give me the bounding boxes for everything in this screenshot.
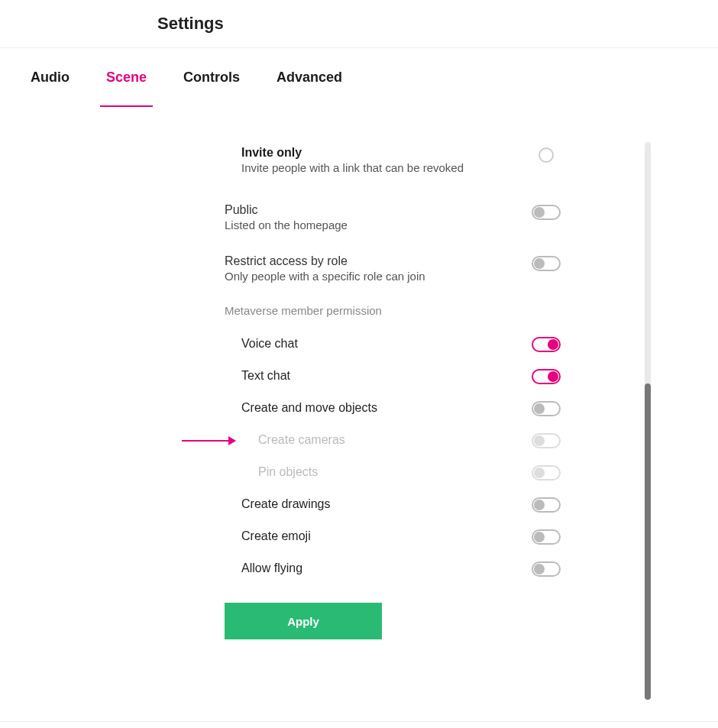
- perm-pin-objects: Pin objects: [225, 456, 565, 488]
- tab-scene[interactable]: Scene: [106, 70, 147, 107]
- settings-header: Settings: [0, 0, 718, 48]
- perm-create-move-objects: Create and move objects: [225, 392, 565, 424]
- public-desc: Listed on the homepage: [225, 218, 512, 231]
- perm-create-drawings: Create drawings: [225, 488, 565, 520]
- perm-text-chat: Text chat: [225, 360, 565, 392]
- perm-create-move-objects-label: Create and move objects: [225, 401, 377, 415]
- restrict-role-title: Restrict access by role: [225, 254, 512, 268]
- perm-create-drawings-label: Create drawings: [225, 497, 331, 511]
- perm-create-emoji: Create emoji: [225, 520, 565, 552]
- perm-create-emoji-toggle[interactable]: [532, 529, 561, 545]
- perm-create-cameras: Create cameras: [225, 424, 565, 456]
- perm-allow-flying-label: Allow flying: [225, 561, 302, 575]
- invite-only-desc: Invite people with a link that can be re…: [241, 161, 512, 174]
- perm-text-chat-toggle[interactable]: [532, 369, 561, 384]
- perm-pin-objects-toggle: [532, 465, 561, 480]
- perm-pin-objects-label: Pin objects: [225, 465, 318, 479]
- perm-voice-chat: Voice chat: [225, 328, 565, 360]
- perm-allow-flying: Allow flying: [225, 552, 565, 584]
- perm-text-chat-label: Text chat: [225, 369, 290, 383]
- public-title: Public: [225, 203, 512, 217]
- option-invite-only: Invite only Invite people with a link th…: [225, 138, 565, 182]
- permission-section-label: Metaverse member permission: [225, 290, 565, 328]
- perm-voice-chat-toggle[interactable]: [532, 337, 561, 352]
- content-area: Invite only Invite people with a link th…: [0, 108, 718, 688]
- invite-only-title: Invite only: [241, 146, 512, 160]
- perm-create-move-objects-toggle[interactable]: [532, 401, 561, 416]
- tab-controls[interactable]: Controls: [183, 70, 240, 107]
- public-toggle[interactable]: [532, 205, 561, 220]
- apply-button[interactable]: Apply: [225, 603, 382, 639]
- scrollbar-track[interactable]: [645, 142, 651, 700]
- perm-create-cameras-toggle: [532, 433, 561, 448]
- perm-create-cameras-label: Create cameras: [225, 433, 345, 447]
- option-restrict-role: Restrict access by role Only people with…: [225, 247, 565, 290]
- restrict-role-desc: Only people with a specific role can joi…: [225, 270, 512, 283]
- option-public: Public Listed on the homepage: [225, 196, 565, 239]
- page-title: Settings: [157, 14, 718, 34]
- invite-only-radio[interactable]: [538, 147, 554, 163]
- tabs-bar: Audio Scene Controls Advanced: [0, 48, 718, 108]
- scrollbar-thumb[interactable]: [645, 383, 651, 700]
- restrict-role-toggle[interactable]: [532, 256, 561, 271]
- scroll-area: Invite only Invite people with a link th…: [0, 108, 642, 688]
- perm-create-emoji-label: Create emoji: [225, 529, 311, 543]
- perm-create-drawings-toggle[interactable]: [532, 497, 561, 513]
- bottom-divider: [0, 721, 718, 722]
- annotation-arrow-icon: [182, 440, 235, 442]
- tab-advanced[interactable]: Advanced: [277, 70, 342, 107]
- perm-voice-chat-label: Voice chat: [225, 337, 298, 351]
- perm-allow-flying-toggle[interactable]: [532, 561, 561, 577]
- tab-audio[interactable]: Audio: [31, 70, 70, 107]
